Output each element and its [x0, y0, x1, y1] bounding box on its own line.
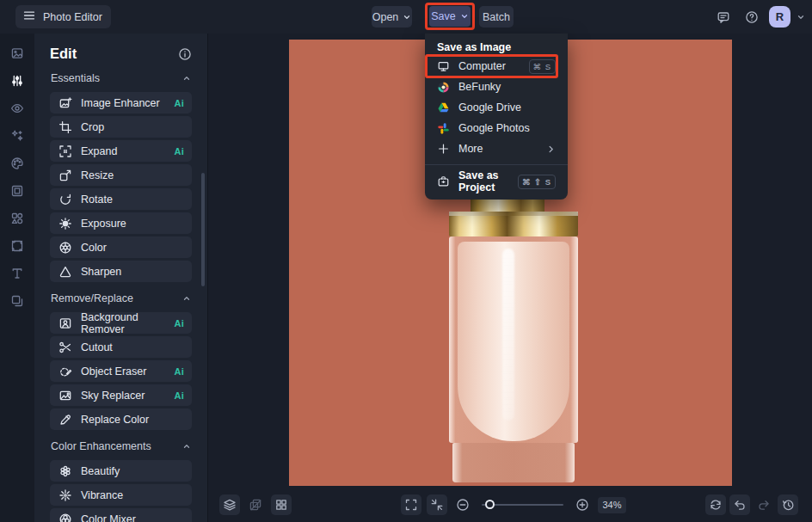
- chevron-down-icon: [460, 12, 469, 21]
- chevron-up-icon: [182, 442, 191, 451]
- rail-item-overlays[interactable]: [6, 236, 28, 255]
- reset-button[interactable]: [705, 494, 726, 515]
- ai-badge: Ai: [175, 366, 184, 377]
- ornate-frame-icon: [10, 239, 24, 253]
- grid-view-button[interactable]: [271, 494, 292, 515]
- tool-cutout[interactable]: Cutout: [50, 336, 192, 358]
- background-remover-icon: [58, 316, 72, 330]
- rail-item-artsy[interactable]: [6, 153, 28, 173]
- chevron-down-icon: [403, 13, 411, 21]
- tool-color-mixer[interactable]: Color Mixer: [50, 508, 192, 522]
- menu-item-save-as-project[interactable]: Save as Project ⌘ ⇧ S: [425, 171, 568, 192]
- tool-exposure[interactable]: Exposure: [50, 212, 192, 234]
- tool-color[interactable]: Color: [50, 236, 192, 258]
- grid-icon: [274, 498, 288, 512]
- zoom-in-icon[interactable]: [572, 494, 593, 515]
- section-label[interactable]: Essentials: [51, 72, 191, 84]
- rail-item-text[interactable]: [6, 263, 28, 283]
- color-icon: [58, 241, 72, 255]
- main-menu-button[interactable]: Photo Editor: [15, 5, 111, 28]
- resize-icon: [58, 169, 72, 182]
- tool-image-enhancer[interactable]: Image EnhancerAi: [50, 92, 192, 114]
- tool-replace-color[interactable]: Replace Color: [50, 408, 192, 430]
- panel-scrollbar[interactable]: [201, 173, 205, 286]
- layers-panel-button[interactable]: [219, 494, 240, 515]
- tool-expand[interactable]: ExpandAi: [50, 140, 192, 162]
- fit-screen-icon: [430, 498, 444, 512]
- tool-sky-replacer[interactable]: Sky ReplacerAi: [50, 384, 192, 406]
- rail-item-touch-up[interactable]: [6, 98, 28, 118]
- tool-beautify[interactable]: Beautify: [50, 460, 192, 482]
- sharpen-icon: [58, 265, 72, 279]
- left-rail: [0, 34, 34, 522]
- open-button[interactable]: Open: [372, 6, 412, 28]
- toolbar-right-group: [705, 494, 798, 515]
- sky-replacer-icon: [58, 389, 72, 402]
- tool-object-eraser[interactable]: Object EraserAi: [50, 360, 192, 382]
- compare-icon: [249, 498, 262, 512]
- expand-icon: [58, 144, 72, 158]
- undo-button[interactable]: [729, 494, 750, 515]
- menu-item-google-photos[interactable]: Google Photos: [425, 118, 568, 138]
- zoom-slider[interactable]: [482, 504, 563, 506]
- batch-button[interactable]: Batch: [479, 6, 514, 28]
- computer-icon: [437, 59, 450, 73]
- bottle-cap: [449, 212, 578, 236]
- chevron-right-icon: [546, 144, 556, 154]
- bottom-toolbar: 34%: [208, 489, 812, 522]
- zoom-level[interactable]: 34%: [598, 497, 626, 513]
- fullscreen-button[interactable]: [401, 494, 421, 515]
- feedback-icon[interactable]: [712, 6, 735, 28]
- menu-item-befunky[interactable]: BeFunky: [425, 77, 568, 97]
- frame-icon: [10, 184, 24, 198]
- rotate-icon: [58, 193, 72, 206]
- info-icon[interactable]: [178, 47, 192, 61]
- edit-panel-header: Edit: [50, 46, 192, 62]
- image-enhancer-icon: [58, 96, 72, 110]
- toolbar-zoom-group: 34%: [401, 494, 626, 515]
- project-icon: [437, 175, 450, 188]
- save-annotation-box: Save: [425, 3, 475, 30]
- menu-item-computer[interactable]: Computer⌘ S: [425, 56, 568, 77]
- tool-crop[interactable]: Crop: [50, 116, 192, 138]
- save-button[interactable]: Save: [429, 6, 471, 27]
- history-icon: [781, 498, 795, 512]
- section-label[interactable]: Color Enhancements: [51, 440, 191, 452]
- section-label[interactable]: Remove/Replace: [51, 292, 191, 304]
- zoom-out-icon[interactable]: [452, 494, 473, 515]
- ai-badge: Ai: [175, 318, 184, 329]
- ai-badge: Ai: [175, 98, 184, 108]
- edit-panel: Edit EssentialsImage EnhancerAiCropExpan…: [34, 34, 208, 522]
- sliders-icon: [10, 74, 24, 88]
- rail-item-edit[interactable]: [6, 71, 28, 90]
- history-button[interactable]: [778, 494, 798, 515]
- undo-icon: [733, 498, 747, 512]
- tool-vibrance[interactable]: Vibrance: [50, 484, 192, 506]
- rail-item-effects[interactable]: [6, 126, 28, 145]
- tool-background-remover[interactable]: Background RemoverAi: [50, 312, 192, 334]
- fit-to-screen-button[interactable]: [427, 494, 447, 515]
- edit-sections: EssentialsImage EnhancerAiCropExpandAiRe…: [50, 72, 192, 522]
- cutout-icon: [58, 341, 72, 354]
- rail-item-graphics[interactable]: [6, 208, 28, 228]
- app-title: Photo Editor: [43, 11, 102, 23]
- vibrance-icon: [58, 488, 72, 502]
- rail-item-image-manager[interactable]: [6, 43, 28, 63]
- image-icon: [10, 46, 24, 60]
- rail-item-layers[interactable]: [6, 291, 28, 310]
- panel-title: Edit: [50, 46, 77, 62]
- tool-sharpen[interactable]: Sharpen: [50, 261, 192, 282]
- menu-item-google-drive[interactable]: Google Drive: [425, 97, 568, 118]
- account-chevron-down-icon[interactable]: [797, 13, 805, 21]
- tool-resize[interactable]: Resize: [50, 164, 192, 186]
- tool-rotate[interactable]: Rotate: [50, 188, 192, 210]
- help-icon[interactable]: [741, 6, 763, 28]
- zoom-slider-handle[interactable]: [485, 500, 495, 509]
- rail-item-frames[interactable]: [6, 181, 28, 200]
- plus-icon: [437, 142, 450, 156]
- chevron-up-icon: [182, 74, 191, 83]
- menu-item-more[interactable]: More: [425, 138, 568, 159]
- avatar[interactable]: R: [769, 6, 790, 28]
- befunky-icon: [437, 81, 450, 94]
- ai-badge: Ai: [175, 390, 184, 401]
